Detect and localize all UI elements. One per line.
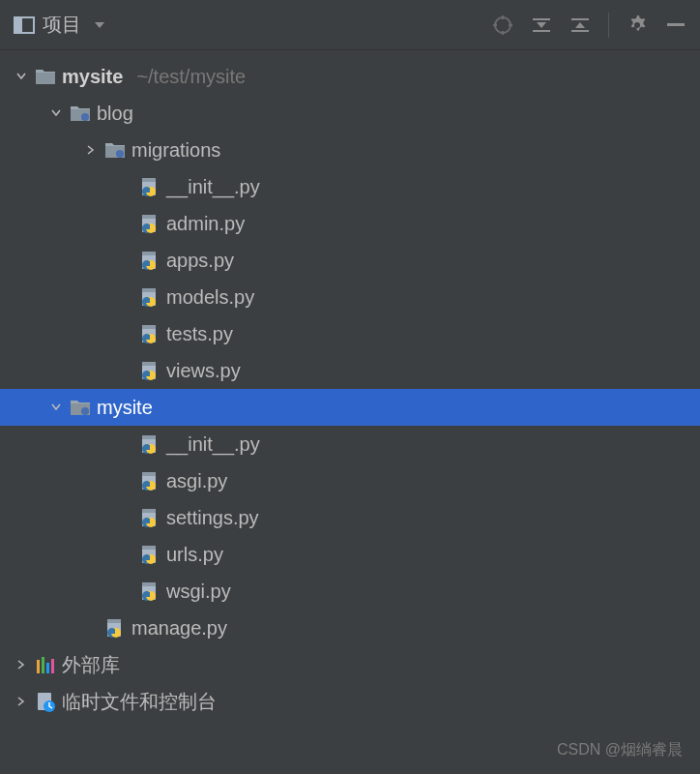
collapse-all-icon[interactable] <box>569 15 591 36</box>
panel-icon <box>14 16 35 34</box>
node-label: mysite <box>97 397 153 419</box>
chevron-right-icon[interactable] <box>83 142 99 158</box>
tree-file-manage[interactable]: manage.py <box>0 610 700 646</box>
python-file-icon <box>139 323 160 344</box>
node-label: apps.py <box>166 250 234 272</box>
chevron-down-icon[interactable] <box>14 69 29 84</box>
python-file-icon <box>139 433 160 455</box>
expand-all-icon[interactable] <box>531 15 552 36</box>
scratches-icon <box>35 691 56 712</box>
python-file-icon <box>139 507 160 528</box>
node-label: models.py <box>166 286 254 309</box>
folder-icon <box>70 103 91 124</box>
tree-file[interactable]: views.py <box>0 352 700 389</box>
node-label: 临时文件和控制台 <box>62 689 217 715</box>
python-file-icon <box>139 544 160 565</box>
node-label: blog <box>97 103 133 125</box>
node-label: asgi.py <box>166 470 227 492</box>
node-label: views.py <box>166 360 241 382</box>
tree-node-scratches[interactable]: 临时文件和控制台 <box>0 683 700 720</box>
tree-node-mysite-pkg[interactable]: mysite <box>0 389 700 426</box>
tree-file[interactable]: __init__.py <box>0 426 700 462</box>
minimize-icon[interactable] <box>665 15 686 36</box>
tree-file[interactable]: admin.py <box>0 205 700 242</box>
panel-title: 项目 <box>43 12 81 38</box>
chevron-right-icon[interactable] <box>14 657 29 672</box>
node-label: manage.py <box>131 617 227 640</box>
project-tree: mysite ~/test/mysite blog migrations __i… <box>0 50 700 720</box>
python-file-icon <box>139 360 160 381</box>
tree-file[interactable]: settings.py <box>0 499 700 536</box>
python-file-icon <box>139 250 160 271</box>
tree-node-blog[interactable]: blog <box>0 95 700 132</box>
node-label: urls.py <box>166 544 223 566</box>
python-file-icon <box>139 213 160 234</box>
tree-file[interactable]: tests.py <box>0 315 700 352</box>
dropdown-icon[interactable] <box>95 22 104 28</box>
tree-file[interactable]: apps.py <box>0 242 700 279</box>
tree-file[interactable]: urls.py <box>0 536 700 573</box>
tree-node-migrations[interactable]: migrations <box>0 132 700 168</box>
library-icon <box>35 654 56 675</box>
folder-icon <box>70 397 91 418</box>
node-label: mysite <box>62 66 123 88</box>
tree-file[interactable]: __init__.py <box>0 168 700 205</box>
node-label: settings.py <box>166 507 259 529</box>
python-file-icon <box>139 176 160 197</box>
python-file-icon <box>139 286 160 308</box>
folder-icon <box>35 66 56 87</box>
tree-node-external-libs[interactable]: 外部库 <box>0 646 700 683</box>
node-label: 外部库 <box>62 652 120 678</box>
chevron-down-icon[interactable] <box>48 105 64 121</box>
chevron-down-icon[interactable] <box>48 400 64 415</box>
python-file-icon <box>139 580 160 602</box>
tree-file[interactable]: asgi.py <box>0 462 700 499</box>
node-label: __init__.py <box>166 433 260 456</box>
watermark: CSDN @烟绱睿晨 <box>557 740 683 760</box>
node-label: migrations <box>131 139 220 162</box>
chevron-right-icon[interactable] <box>14 694 29 709</box>
toolbar-divider <box>608 13 609 38</box>
folder-icon <box>104 139 126 161</box>
project-toolbar: 项目 <box>0 0 700 50</box>
node-label: wsgi.py <box>166 580 231 603</box>
tree-file[interactable]: wsgi.py <box>0 573 700 610</box>
tree-file[interactable]: models.py <box>0 279 700 315</box>
locate-icon[interactable] <box>492 15 513 36</box>
python-file-icon <box>104 617 126 639</box>
node-label: admin.py <box>166 213 245 235</box>
node-label: __init__.py <box>166 176 260 198</box>
node-path: ~/test/mysite <box>136 66 246 88</box>
settings-icon[interactable] <box>627 15 648 36</box>
tree-node-root[interactable]: mysite ~/test/mysite <box>0 58 700 95</box>
python-file-icon <box>139 470 160 491</box>
node-label: tests.py <box>166 323 233 345</box>
